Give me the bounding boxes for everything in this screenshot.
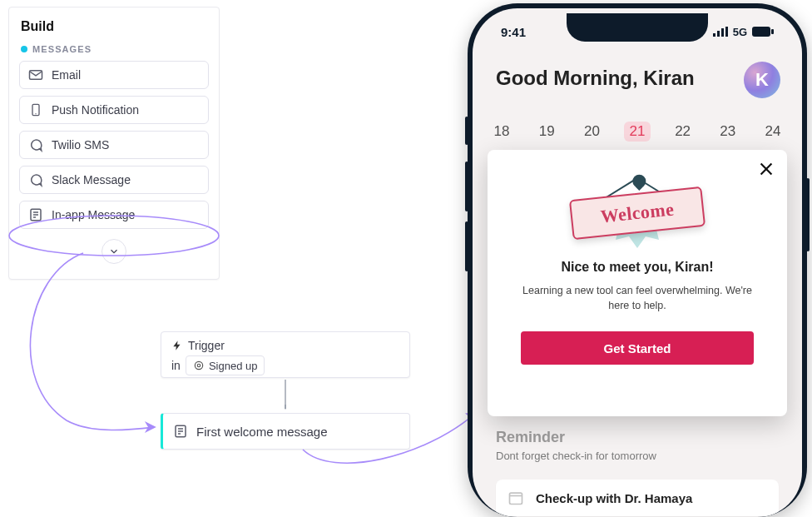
reminder-title: Reminder	[496, 429, 565, 446]
date-21-selected[interactable]: 21	[624, 122, 650, 142]
expand-more-button[interactable]	[102, 239, 126, 264]
trigger-card[interactable]: Trigger in Signed up	[161, 331, 410, 378]
chat-icon	[28, 137, 43, 152]
trigger-label: Trigger	[188, 339, 225, 352]
date-22[interactable]: 22	[671, 123, 696, 142]
svg-point-9	[197, 364, 201, 367]
svg-rect-19	[752, 27, 770, 37]
phone-icon	[28, 102, 43, 117]
avatar[interactable]: K	[744, 62, 780, 98]
target-icon	[193, 360, 205, 371]
message-type-slack[interactable]: Slack Message	[19, 166, 209, 194]
trigger-line-1: Trigger	[171, 339, 399, 352]
status-indicators: 5G	[713, 26, 774, 38]
side-button-icon	[465, 162, 468, 211]
side-button-icon	[465, 117, 468, 145]
sign-board: Welcome	[569, 186, 706, 240]
close-button[interactable]	[757, 160, 775, 178]
side-button-icon	[465, 221, 468, 271]
messages-section-label: MESSAGES	[21, 44, 209, 54]
battery-icon	[752, 27, 774, 37]
date-24[interactable]: 24	[760, 123, 785, 142]
svg-point-8	[195, 361, 202, 369]
welcome-sign: Welcome	[571, 165, 704, 241]
trigger-prefix: in	[171, 359, 181, 372]
svg-rect-21	[510, 493, 522, 504]
phone-screen: 9:41 5G Good Morning, Kiran K 18 19 20 2…	[473, 8, 802, 517]
svg-rect-16	[717, 31, 720, 37]
message-type-email[interactable]: Email	[19, 61, 209, 89]
overlay-body: Learning a new tool can feel overwhelmin…	[512, 283, 762, 313]
doc-icon	[28, 207, 43, 222]
svg-rect-18	[725, 27, 728, 37]
date-20[interactable]: 20	[579, 123, 604, 142]
message-item-label: In-app Message	[52, 208, 135, 221]
message-type-twilio[interactable]: Twilio SMS	[19, 131, 209, 159]
message-item-label: Email	[52, 68, 81, 82]
node-label: First welcome message	[196, 425, 328, 439]
close-icon	[757, 160, 775, 178]
overlay-title: Nice to meet you, Kiran!	[488, 260, 787, 275]
avatar-initial: K	[755, 69, 769, 91]
welcome-overlay: Welcome Nice to meet you, Kiran! Learnin…	[488, 150, 787, 416]
side-button-icon	[806, 178, 810, 251]
phone-mockup: 9:41 5G Good Morning, Kiran K 18 19 20 2…	[468, 3, 807, 517]
section-dot-icon	[21, 46, 27, 52]
signal-icon	[713, 27, 728, 37]
greeting-text: Good Morning, Kiran	[496, 67, 695, 90]
checkup-text: Check-up with Dr. Hamaya	[536, 491, 692, 505]
message-type-inapp[interactable]: In-app Message	[19, 201, 209, 229]
sign-text: Welcome	[600, 198, 676, 227]
svg-rect-20	[771, 29, 774, 34]
build-title: Build	[21, 19, 209, 34]
svg-point-2	[35, 113, 36, 114]
trigger-chip[interactable]: Signed up	[186, 355, 265, 375]
svg-rect-15	[713, 33, 715, 37]
connector-line	[285, 380, 286, 411]
trigger-line-2: in Signed up	[171, 355, 399, 375]
date-18[interactable]: 18	[489, 123, 514, 142]
envelope-icon	[28, 67, 43, 82]
doc-icon	[173, 424, 188, 439]
date-19[interactable]: 19	[534, 123, 559, 142]
chat-icon	[28, 172, 43, 187]
svg-rect-17	[721, 28, 724, 37]
checkup-card[interactable]: Check-up with Dr. Hamaya	[496, 480, 779, 516]
message-type-push[interactable]: Push Notification	[19, 96, 209, 124]
status-network: 5G	[733, 26, 747, 38]
calendar-icon	[508, 490, 524, 506]
date-23[interactable]: 23	[715, 123, 740, 142]
node-first-welcome[interactable]: First welcome message	[161, 413, 410, 450]
chevron-down-icon	[108, 246, 120, 257]
status-bar: 9:41 5G	[473, 22, 802, 42]
reminder-subtitle: Dont forget check-in for tomorrow	[496, 450, 656, 462]
get-started-button[interactable]: Get Started	[521, 331, 754, 365]
section-label-text: MESSAGES	[32, 44, 92, 54]
cta-label: Get Started	[604, 341, 671, 355]
date-row: 18 19 20 21 22 23 24	[489, 123, 785, 142]
message-item-label: Slack Message	[52, 173, 131, 186]
message-item-label: Twilio SMS	[52, 138, 109, 152]
status-time: 9:41	[501, 25, 526, 39]
message-item-label: Push Notification	[52, 103, 139, 117]
trigger-chip-label: Signed up	[209, 360, 258, 372]
build-panel: Build MESSAGES Email Push Notification T…	[8, 7, 220, 280]
messages-list: Email Push Notification Twilio SMS Slack…	[19, 61, 209, 229]
bolt-icon	[171, 340, 183, 351]
